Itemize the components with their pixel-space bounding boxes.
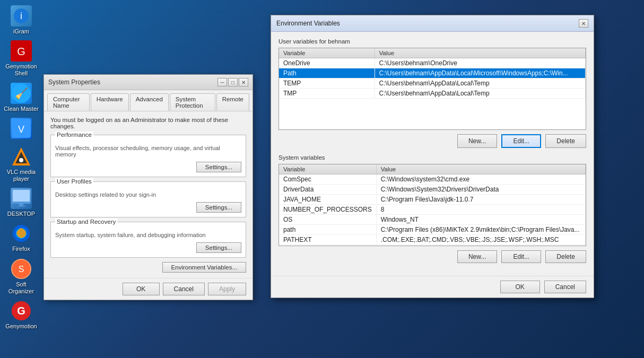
sys-var-value: C:\Windows\System32\Drivers\DriverData [376, 185, 585, 195]
table-row[interactable]: OneDrive C:\Users\behnam\OneDrive [279, 58, 586, 68]
performance-label: Performance [55, 132, 93, 138]
performance-desc: Visual effects, processor scheduling, me… [55, 145, 241, 158]
sys-var-value: Windows_NT [376, 215, 585, 225]
genymotion-icon: G [11, 40, 32, 62]
startup-recovery-section: Startup and Recovery System startup, sys… [50, 222, 246, 258]
softorg-icon: S [11, 258, 32, 280]
sys-col-variable: Variable [279, 164, 376, 174]
admin-notice: You must be logged on as an Administrato… [50, 117, 246, 129]
cancel-button[interactable]: Cancel [163, 283, 205, 295]
tab-computer-name[interactable]: Computer Name [47, 93, 90, 111]
svg-rect-13 [19, 204, 23, 206]
startup-recovery-label: Startup and Recovery [55, 219, 117, 225]
user-delete-button[interactable]: Delete [545, 134, 586, 148]
table-row[interactable]: path C:\Program Files (x86)\MiKTeX 2.9\m… [279, 225, 586, 235]
sys-props-footer: OK Cancel Apply [44, 278, 253, 300]
desktop-icon-firefox[interactable]: Firefox [3, 223, 40, 252]
table-row[interactable]: ComSpec C:\Windows\system32\cmd.exe [279, 174, 586, 185]
desktop-icons: i iGram G Genymotion Shell 🧹 Clean Maste… [3, 5, 40, 330]
desktop-icon-genymotion[interactable]: G Genymotion Shell [3, 40, 40, 77]
sys-edit-button[interactable]: Edit... [501, 250, 541, 263]
table-row[interactable]: Path C:\Users\behnam\AppData\Local\Micro… [279, 68, 586, 78]
user-profiles-label: User Profiles [55, 178, 93, 185]
sys-var-name: OS [279, 215, 376, 225]
environment-variables-window: Environment Variables ✕ User variables f… [271, 15, 594, 298]
user-vars-title: User variables for behnam [279, 38, 586, 45]
user-edit-button[interactable]: Edit... [501, 134, 541, 148]
sys-props-titlebar: System Properties ─ □ ✕ [44, 75, 253, 90]
desktop-icon-igram[interactable]: i iGram [3, 5, 40, 35]
svg-text:G: G [17, 46, 25, 57]
table-row[interactable]: DriverData C:\Windows\System32\Drivers\D… [279, 185, 586, 195]
sys-props-content: You must be logged on as an Administrato… [44, 111, 253, 278]
sys-props-controls: ─ □ ✕ [217, 78, 248, 86]
env-titlebar: Environment Variables ✕ [271, 15, 594, 32]
user-profiles-settings-button[interactable]: Settings... [196, 202, 241, 213]
env-ok-button[interactable]: OK [500, 281, 540, 293]
env-cancel-button[interactable]: Cancel [544, 281, 586, 293]
sys-props-tabs: Computer Name Hardware Advanced System P… [44, 90, 253, 111]
genymotion-label: Genymotion Shell [3, 63, 40, 77]
sys-var-value: C:\Program Files (x86)\MiKTeX 2.9\miktex… [376, 225, 585, 235]
system-vars-table: Variable Value ComSpec C:\Windows\system… [279, 164, 586, 245]
firefox-label: Firefox [12, 246, 30, 252]
user-vars-table-container[interactable]: Variable Value OneDrive C:\Users\behnam\… [279, 48, 586, 130]
sys-var-name: JAVA_HOME [279, 195, 376, 205]
user-var-name: Path [279, 68, 375, 78]
desktop-icon-vlc[interactable]: VLC media player [3, 146, 40, 182]
table-row[interactable]: OS Windows_NT [279, 215, 586, 225]
sys-var-name: NUMBER_OF_PROCESSORS [279, 205, 376, 215]
ok-button[interactable]: OK [123, 283, 160, 295]
sys-var-value: .COM;.EXE;.BAT;.CMD;.VBS;.VBE;.JS;.JSE;.… [376, 235, 585, 245]
env-close-button[interactable]: ✕ [579, 19, 588, 28]
table-row[interactable]: PATHEXT .COM;.EXE;.BAT;.CMD;.VBS;.VBE;.J… [279, 235, 586, 245]
svg-point-10 [19, 158, 23, 162]
environment-variables-button[interactable]: Environment Variables... [162, 262, 246, 273]
desktop-icon-desktop[interactable]: DESKTOP [3, 188, 40, 217]
vlc-label: VLC media player [3, 169, 40, 182]
desktop: i iGram G Genymotion Shell 🧹 Clean Maste… [0, 0, 644, 358]
minimize-button[interactable]: ─ [217, 78, 227, 86]
genymotion2-icon: G [11, 300, 32, 321]
user-var-value: C:\Users\behnam\AppData\Local\Temp [375, 78, 586, 89]
tab-remote[interactable]: Remote [216, 93, 249, 111]
table-row[interactable]: NUMBER_OF_PROCESSORS 8 [279, 205, 586, 215]
cleanmaster-icon: 🧹 [11, 83, 32, 104]
table-row[interactable]: JAVA_HOME C:\Program Files\Java\jdk-11.0… [279, 195, 586, 205]
desktop-icon-vbox[interactable]: V [3, 118, 40, 141]
desktop-icon-cleanmaster[interactable]: 🧹 Clean Master [3, 83, 40, 112]
table-row[interactable]: TEMP C:\Users\behnam\AppData\Local\Temp [279, 78, 586, 89]
system-vars-table-container[interactable]: Variable Value ComSpec C:\Windows\system… [279, 164, 586, 246]
sys-var-name: ComSpec [279, 174, 376, 185]
tab-advanced[interactable]: Advanced [130, 93, 169, 111]
user-new-button[interactable]: New... [457, 134, 497, 148]
desktop-icon-genymotion2[interactable]: G Genymotion [3, 300, 40, 330]
system-properties-window: System Properties ─ □ ✕ Computer Name Ha… [43, 74, 253, 300]
startup-recovery-settings-button[interactable]: Settings... [196, 242, 241, 253]
apply-button[interactable]: Apply [208, 283, 246, 295]
system-vars-buttons: New... Edit... Delete [279, 250, 586, 263]
sys-props-title: System Properties [48, 78, 100, 86]
sys-var-name: path [279, 225, 376, 235]
table-row[interactable]: TMP C:\Users\behnam\AppData\Local\Temp [279, 89, 586, 99]
tab-hardware[interactable]: Hardware [91, 93, 129, 111]
close-button[interactable]: ✕ [239, 78, 248, 86]
performance-settings-button[interactable]: Settings... [196, 162, 241, 172]
desktop-icon-softorg[interactable]: S Soft Organizer [3, 258, 40, 295]
tab-system-protection[interactable]: System Protection [170, 93, 215, 111]
user-var-name: TEMP [279, 78, 375, 89]
sys-new-button[interactable]: New... [457, 250, 497, 263]
user-var-value: C:\Users\behnam\AppData\Local\Temp [375, 89, 586, 99]
maximize-button[interactable]: □ [228, 78, 238, 86]
cleanmaster-label: Clean Master [4, 106, 38, 112]
igram-icon: i [11, 5, 32, 27]
sys-var-name: PATHEXT [279, 235, 376, 245]
startup-recovery-desc: System startup, system failure, and debu… [55, 232, 241, 238]
sys-col-value: Value [376, 164, 585, 174]
env-title: Environment Variables [276, 20, 340, 27]
sys-delete-button[interactable]: Delete [545, 250, 586, 263]
sys-var-value: C:\Windows\system32\cmd.exe [376, 174, 585, 185]
igram-label: iGram [13, 28, 29, 35]
user-col-value: Value [375, 48, 586, 58]
system-vars-title: System variables [279, 154, 586, 161]
